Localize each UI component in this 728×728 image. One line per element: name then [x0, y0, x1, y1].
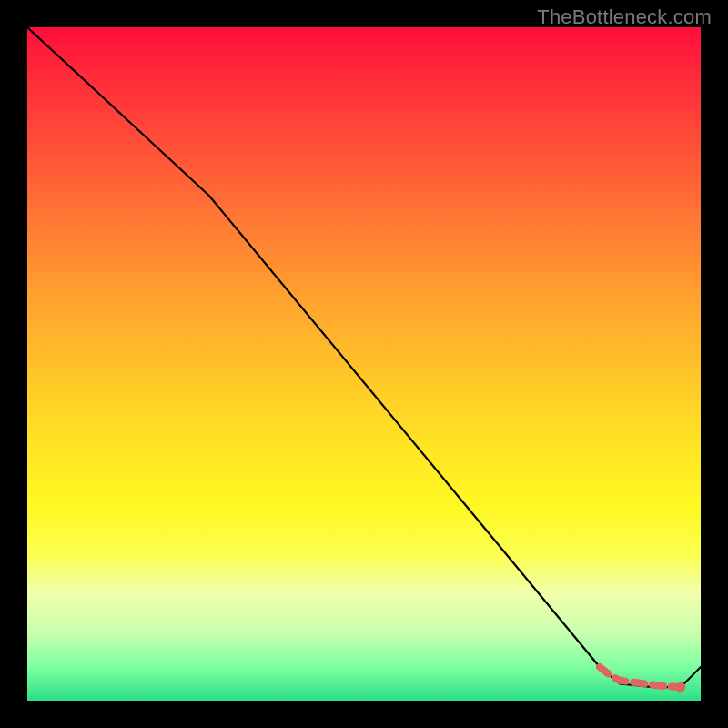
chart-stage: TheBottleneck.com: [0, 0, 728, 728]
chart-line: [27, 27, 701, 687]
chart-markers: [600, 667, 685, 693]
marker-chain: [600, 667, 681, 687]
chart-svg: [27, 27, 701, 701]
watermark-text: TheBottleneck.com: [537, 5, 712, 29]
marker-end-dot: [675, 682, 685, 693]
plot-area: [27, 27, 701, 701]
